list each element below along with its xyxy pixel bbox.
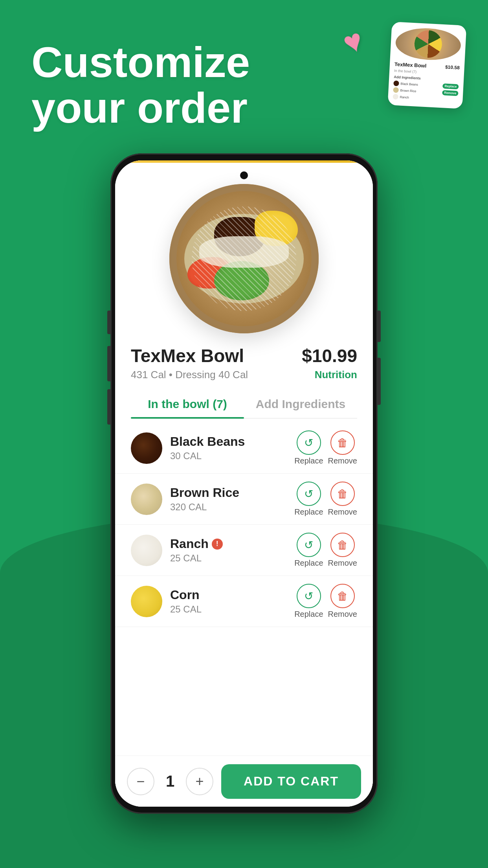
ingredient-info-black-beans: Black Beans 30 CAL	[170, 434, 286, 462]
remove-icon-corn: 🗑	[330, 584, 355, 608]
add-to-cart-button[interactable]: ADD TO CART	[221, 764, 361, 799]
camera-dot	[240, 171, 248, 179]
mini-row-text-2: Brown Rice	[400, 88, 440, 94]
remove-icon-black-beans: 🗑	[330, 430, 355, 455]
ingredient-info-ranch: Ranch ! 25 CAL	[170, 537, 286, 564]
ingredient-name-corn: Corn	[170, 588, 286, 602]
remove-brown-rice-button[interactable]: 🗑 Remove	[328, 482, 357, 517]
replace-ranch-button[interactable]: ↺ Replace	[294, 533, 323, 568]
hero-title-line2: your order	[31, 83, 248, 132]
replace-brown-rice-button[interactable]: ↺ Replace	[294, 482, 323, 517]
replace-icon-brown-rice: ↺	[297, 482, 321, 506]
remove-label-brown-rice: Remove	[328, 508, 357, 517]
replace-icon-ranch: ↺	[297, 533, 321, 557]
ranch-alert-badge: !	[212, 539, 223, 550]
ingredient-actions-ranch: ↺ Replace 🗑 Remove	[294, 533, 357, 568]
tab-add-ingredients-label: Add Ingredients	[256, 397, 345, 410]
quantity-value: 1	[162, 772, 178, 790]
replace-label-ranch: Replace	[294, 559, 323, 568]
ingredient-info-brown-rice: Brown Rice 320 CAL	[170, 485, 286, 513]
ingredient-row-corn: Corn 25 CAL ↺ Replace 🗑 Remove	[115, 576, 373, 627]
remove-icon-ranch: 🗑	[330, 533, 355, 557]
mini-bowl-inner	[414, 29, 443, 59]
phone-volume-button-right	[378, 358, 381, 405]
product-price: $10.99	[302, 345, 357, 366]
ingredient-info-corn: Corn 25 CAL	[170, 588, 286, 615]
remove-black-beans-button[interactable]: 🗑 Remove	[328, 430, 357, 465]
tab-in-bowl-label: In the bowl (7)	[148, 397, 227, 410]
product-info: TexMex Bowl $10.99 431 Cal • Dressing 40…	[115, 333, 373, 419]
ingredient-name-ranch: Ranch !	[170, 537, 286, 551]
mini-dot-3	[393, 94, 398, 100]
product-name: TexMex Bowl	[131, 345, 244, 366]
product-meta: 431 Cal • Dressing 40 Cal Nutrition	[131, 369, 357, 381]
phone-volume-down-button	[107, 389, 110, 425]
ingredient-row-ranch: Ranch ! 25 CAL ↺ Replace 🗑 Remove	[115, 525, 373, 576]
quantity-decrease-button[interactable]: −	[127, 768, 154, 795]
ingredient-image-ranch	[131, 535, 162, 566]
phone-silent-button	[107, 311, 110, 334]
remove-ranch-button[interactable]: 🗑 Remove	[328, 533, 357, 568]
hero-title-line1: Customize	[31, 38, 250, 86]
replace-label-brown-rice: Replace	[294, 508, 323, 517]
ingredient-actions-brown-rice: ↺ Replace 🗑 Remove	[294, 482, 357, 517]
nutrition-link[interactable]: Nutrition	[315, 369, 357, 381]
mini-replace-btn: Replace	[442, 83, 459, 89]
mini-dot-1	[393, 81, 399, 86]
bowl-image-area	[115, 160, 373, 333]
ingredients-list: Black Beans 30 CAL ↺ Replace 🗑 Remove	[115, 423, 373, 802]
ingredient-actions-black-beans: ↺ Replace 🗑 Remove	[294, 430, 357, 465]
tab-add-ingredients[interactable]: Add Ingredients	[244, 390, 357, 418]
replace-black-beans-button[interactable]: ↺ Replace	[294, 430, 323, 465]
product-header: TexMex Bowl $10.99	[131, 345, 357, 366]
ingredient-image-black-beans	[131, 432, 162, 464]
heart-decoration: ♥	[338, 22, 368, 62]
ingredient-cal-corn: 25 CAL	[170, 604, 286, 615]
tab-in-the-bowl[interactable]: In the bowl (7)	[131, 390, 244, 418]
hero-text-block: Customize your order	[31, 39, 250, 130]
phone-frame: TexMex Bowl $10.99 431 Cal • Dressing 40…	[110, 153, 378, 814]
ingredient-actions-corn: ↺ Replace 🗑 Remove	[294, 584, 357, 619]
replace-icon-corn: ↺	[297, 584, 321, 608]
tabs-container: In the bowl (7) Add Ingredients	[131, 390, 357, 419]
replace-label-corn: Replace	[294, 610, 323, 619]
remove-corn-button[interactable]: 🗑 Remove	[328, 584, 357, 619]
product-calories: 431 Cal • Dressing 40 Cal	[131, 369, 248, 381]
ingredient-image-corn	[131, 586, 162, 617]
ingredient-name-brown-rice: Brown Rice	[170, 485, 286, 500]
remove-label-black-beans: Remove	[328, 456, 357, 465]
top-accent-line	[115, 160, 373, 163]
phone-screen: TexMex Bowl $10.99 431 Cal • Dressing 40…	[115, 160, 373, 807]
ingredient-cal-brown-rice: 320 CAL	[170, 502, 286, 513]
remove-icon-brown-rice: 🗑	[330, 482, 355, 506]
quantity-increase-button[interactable]: +	[186, 768, 213, 795]
mini-remove-btn: Remove	[442, 90, 459, 96]
mini-dot-2	[393, 87, 399, 93]
replace-label-black-beans: Replace	[294, 456, 323, 465]
ingredient-image-brown-rice	[131, 484, 162, 515]
phone-volume-up-button	[107, 346, 110, 381]
quantity-control: − 1 +	[127, 768, 213, 795]
mini-card-title: TexMex Bowl	[394, 61, 427, 69]
replace-icon-black-beans: ↺	[297, 430, 321, 455]
add-to-cart-label: ADD TO CART	[244, 774, 339, 789]
ingredient-row-brown-rice: Brown Rice 320 CAL ↺ Replace 🗑 Remove	[115, 474, 373, 525]
replace-corn-button[interactable]: ↺ Replace	[294, 584, 323, 619]
mini-row-text-1: Black Beans	[400, 82, 441, 87]
ingredient-row-black-beans: Black Beans 30 CAL ↺ Replace 🗑 Remove	[115, 423, 373, 474]
bottom-bar: − 1 + ADD TO CART	[115, 756, 373, 807]
mini-card-price: $10.58	[445, 64, 460, 70]
ingredient-cal-black-beans: 30 CAL	[170, 451, 286, 462]
bowl-rim	[169, 184, 319, 333]
mini-phone-card: TexMex Bowl $10.58 In the bowl (7) Add I…	[388, 22, 467, 109]
ingredient-name-black-beans: Black Beans	[170, 434, 286, 449]
mini-card-bowl-image	[395, 27, 462, 62]
bowl-food	[169, 184, 319, 333]
remove-label-corn: Remove	[328, 610, 357, 619]
bowl-image	[169, 184, 319, 333]
remove-label-ranch: Remove	[328, 559, 357, 568]
mini-row-text-3: Ranch	[400, 95, 458, 102]
ingredient-cal-ranch: 25 CAL	[170, 553, 286, 564]
phone-power-button	[378, 311, 381, 342]
